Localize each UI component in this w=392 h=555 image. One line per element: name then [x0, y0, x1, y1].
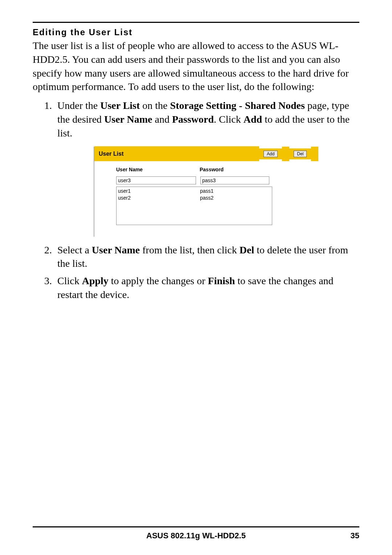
spacer [282, 147, 289, 161]
user-listbox[interactable]: user1 pass1 user2 pass2 [116, 187, 272, 225]
bold: Add [244, 114, 262, 125]
add-button[interactable]: Add [264, 151, 278, 157]
figure-body: User Name Password user1 pass1 user2 [94, 161, 327, 237]
text: Under the [57, 100, 100, 111]
spacer [311, 147, 318, 161]
list-item[interactable]: user1 pass1 [118, 188, 270, 195]
text: Select a [57, 244, 92, 256]
list-password: pass1 [200, 188, 213, 195]
step-2: Select a User Name from the list, then c… [54, 243, 359, 271]
bold: User Name [104, 114, 152, 125]
user-list-figure: User List Add Del User Name Password [94, 147, 327, 237]
bold: Password [172, 114, 214, 125]
column-headers: User Name Password [116, 166, 323, 173]
page-footer: ASUS 802.11g WL-HDD2.5 35 [33, 526, 359, 540]
del-button[interactable]: Del [294, 151, 307, 157]
text: Click [57, 275, 82, 286]
del-button-wrap: Del [289, 148, 311, 159]
bold: Apply [82, 275, 109, 286]
list-username: user1 [118, 188, 200, 195]
page-number: 35 [351, 531, 359, 540]
input-row [116, 176, 323, 184]
text: from the list, then click [140, 244, 240, 256]
password-input[interactable] [200, 176, 269, 184]
step-3: Click Apply to apply the changes or Fini… [54, 274, 359, 302]
bold: Storage Setting - Shared Nodes [170, 100, 305, 111]
steps-list: Under the User List on the Storage Setti… [33, 99, 359, 305]
bold: User List [100, 100, 140, 111]
top-rule [33, 22, 359, 23]
intro-paragraph: The user list is a list of people who ar… [33, 39, 359, 94]
username-column-header: User Name [116, 166, 200, 173]
bold: User Name [92, 244, 140, 256]
bold: Finish [208, 275, 235, 286]
text: to apply the changes or [109, 275, 208, 286]
text: on the [140, 100, 170, 111]
figure-title: User List [94, 146, 259, 162]
list-password: pass2 [200, 195, 213, 201]
footer-line: ASUS 802.11g WL-HDD2.5 35 [33, 531, 359, 540]
footer-title: ASUS 802.11g WL-HDD2.5 [146, 531, 246, 540]
password-column-header: Password [200, 166, 224, 173]
username-input[interactable] [116, 176, 196, 184]
step-1: Under the User List on the Storage Setti… [54, 99, 359, 236]
bold: Del [240, 244, 254, 256]
list-item[interactable]: user2 pass2 [118, 195, 270, 201]
bottom-rule [33, 526, 359, 527]
figure-header: User List Add Del [94, 147, 327, 161]
text: . Click [214, 114, 244, 125]
text: and [152, 114, 172, 125]
section-heading: Editing the User List [33, 27, 359, 37]
add-button-wrap: Add [259, 148, 282, 159]
list-username: user2 [118, 195, 200, 201]
